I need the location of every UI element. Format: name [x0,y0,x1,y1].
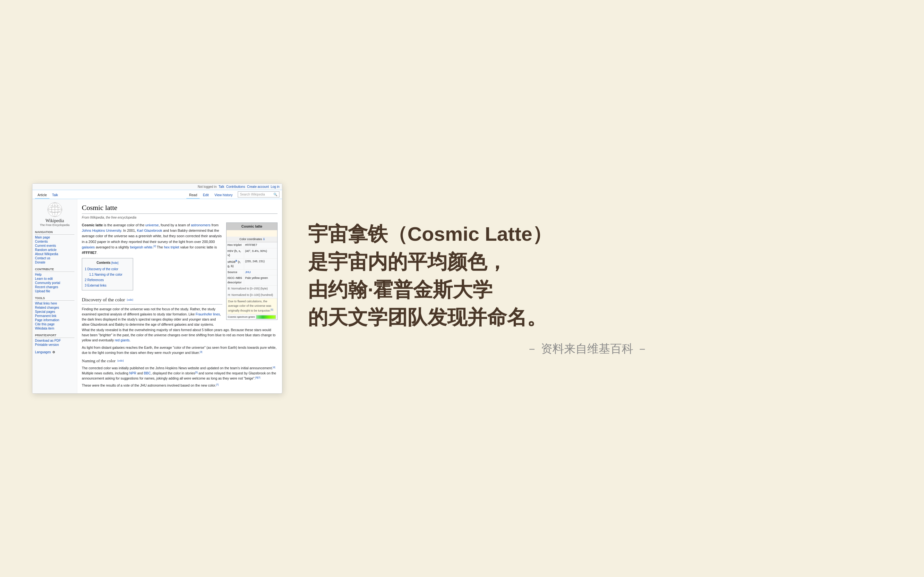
create-account-link[interactable]: Create account [247,185,269,189]
toc-link-1[interactable]: 1 Discovery of the color [85,268,118,271]
talk-link[interactable]: Talk [218,185,224,189]
search-placeholder-text: Search Wikipedia [240,193,265,196]
chinese-headline: 宇宙拿铁（Cosmic Latte） 是宇宙内的平均颜色， 由约翰·霍普金斯大学… [308,220,866,332]
infobox-row-srgb: sRGBB (r, g, b) (255, 248, 231) [226,259,277,269]
toc-item-1-1: 1.1 Naming of the color [85,272,130,277]
sidebar-item-contact-us[interactable]: Contact us [35,256,74,260]
nav-tabs-right: Read Edit View history [186,190,235,199]
tab-edit[interactable]: Edit [200,192,211,199]
sidebar-item-donate[interactable]: Donate [35,260,74,264]
sidebar-tools-section: Tools What links here Related changes Sp… [32,294,77,331]
sidebar-item-permanent-link[interactable]: Permanent link [35,314,74,318]
sidebar-item-learn-to-edit[interactable]: Learn to edit [35,277,74,281]
log-in-link[interactable]: Log in [271,185,279,189]
infobox-label-srgb: sRGBB (r, g, b) [226,259,244,269]
infobox-note-h: H: Normalized to [0–100] (hundred) [226,292,277,298]
link-beigeish[interactable]: beigeish white [130,245,152,249]
sidebar-contribute-section: Contribute Help Learn to edit Community … [32,265,77,294]
spectrum-bar [256,315,276,319]
languages-settings-icon[interactable]: ⚙ [52,350,55,354]
sidebar-item-about-wikipedia[interactable]: About Wikipedia [35,252,74,256]
sidebar-tools-title: Tools [35,295,74,301]
sidebar-item-special-pages[interactable]: Special pages [35,309,74,314]
infobox-note-b: B: Normalized to [0–255] (byte) [226,285,277,292]
sidebar-item-community-portal[interactable]: Community portal [35,281,74,285]
infobox-spectrum-label: Cosmic spectrum green [228,315,255,319]
not-logged-in-text: Not logged in [198,185,216,189]
toc-item-3: 3 External links [85,283,130,288]
infobox-label-source: Source [226,269,244,276]
link-hex-triplet[interactable]: hex triplet [164,245,179,249]
infobox-row-iscc: ISCC–NBS descriptor Pale yellow green [226,276,277,285]
section-naming-text: The corrected color was initially publis… [82,366,278,381]
infobox-label-hex: Hex triplet [226,242,244,248]
link-glazebrook[interactable]: Karl Glazebrook [137,229,162,232]
infobox-subtitle: Color coordinates [239,237,262,242]
link-galaxies[interactable]: galaxies [82,245,95,249]
infobox-info-icon[interactable]: ℹ [263,237,264,242]
sidebar-item-wikidata-item[interactable]: Wikidata item [35,326,74,330]
sidebar-item-current-events[interactable]: Current events [35,243,74,248]
infobox-value-hsv: (40°, 9.4%, 90%) [244,248,277,258]
link-fraunhofer[interactable]: Fraunhofer lines [196,312,220,316]
browser-window: Not logged in Talk Contributions Create … [32,183,282,393]
toc-hide-link[interactable]: [hide] [111,261,118,264]
link-jhu[interactable]: Johns Hopkins University [82,229,121,232]
tab-view-history[interactable]: View history [212,192,235,199]
wiki-logo-container: Wikipedia The Free Encyclopedia [32,201,77,227]
nav-bar: Article Talk Read Edit View history Sear… [32,190,282,199]
sidebar-item-contents[interactable]: Contents [35,239,74,243]
search-box-nav[interactable]: Search Wikipedia 🔍 [238,191,279,197]
infobox-value-iscc: Pale yellow green [244,276,277,285]
section-heading-discovery: Discovery of the color [edit] [82,296,222,305]
sidebar-item-printable-version[interactable]: Printable version [35,343,74,347]
link-bbc[interactable]: BBC [144,371,151,375]
sidebar-contribute-title: Contribute [35,266,74,272]
sidebar-item-recent-changes[interactable]: Recent changes [35,285,74,289]
toc-link-3[interactable]: 3 External links [85,284,107,287]
link-astronomers[interactable]: astronomers [191,223,210,227]
link-universe[interactable]: universe [145,223,159,227]
sidebar-item-main-page[interactable]: Main page [35,235,74,239]
tab-article[interactable]: Article [35,192,49,199]
infobox-value-source: JHU [244,269,277,276]
toc-link-1-1[interactable]: 1.1 Naming of the color [89,273,122,276]
section-heading-naming: Naming of the color [edit] [82,358,278,364]
contributions-link[interactable]: Contributions [226,185,245,189]
section-edit-naming[interactable]: [edit] [118,359,124,363]
sidebar-item-related-changes[interactable]: Related changes [35,306,74,309]
search-icon: 🔍 [273,193,277,196]
sidebar-item-upload-file[interactable]: Upload file [35,289,74,293]
infobox-correction-note: Due to flawed calculations, the average … [226,298,277,314]
sidebar-item-random-article[interactable]: Random article [35,248,74,252]
sidebar-item-help[interactable]: Help [35,272,74,277]
toc-title: Contents [hide] [85,260,130,266]
section-heading-discovery-text: Discovery of the color [82,296,125,303]
infobox-color-swatch [226,230,277,237]
languages-label[interactable]: Languages [35,350,51,354]
infobox-value-hex: #FFF8E7 [244,242,277,248]
link-npr[interactable]: NPR [129,371,136,375]
tab-read[interactable]: Read [186,192,200,199]
sidebar-item-what-links-here[interactable]: What links here [35,301,74,306]
nav-spacer [61,190,187,199]
toc: Contents [hide] 1 Discovery of the color… [82,258,133,291]
section-heading-naming-text: Naming of the color [82,358,115,364]
chinese-source: － 资料来自维基百科 － [308,341,866,357]
sidebar-item-cite-this-page[interactable]: Cite this page [35,322,74,326]
tab-talk[interactable]: Talk [49,192,61,199]
toc-link-2[interactable]: 2 References [85,278,103,282]
sidebar: Wikipedia The Free Encyclopedia Navigati… [32,199,78,393]
sidebar-languages-section: Languages ⚙ [32,348,77,356]
sidebar-item-download-pdf[interactable]: Download as PDF [35,338,74,343]
wiki-logo-text: Wikipedia [32,218,77,223]
link-red-giants[interactable]: red giants [115,338,129,342]
infobox-row-hsv: HSV (h, s, v) (40°, 9.4%, 90%) [226,248,277,259]
jhu-link[interactable]: JHU [245,271,251,274]
chinese-text-panel: 宇宙拿铁（Cosmic Latte） 是宇宙内的平均颜色， 由约翰·霍普金斯大学… [282,201,892,376]
infobox-value-srgb: (255, 248, 231) [244,259,277,269]
article-lead-bold: Cosmic latte [82,223,103,227]
section-edit-discovery[interactable]: [edit] [127,298,134,302]
sidebar-item-page-information[interactable]: Page information [35,318,74,322]
article-content: Cosmic latte From Wikipedia, the free en… [78,199,282,393]
